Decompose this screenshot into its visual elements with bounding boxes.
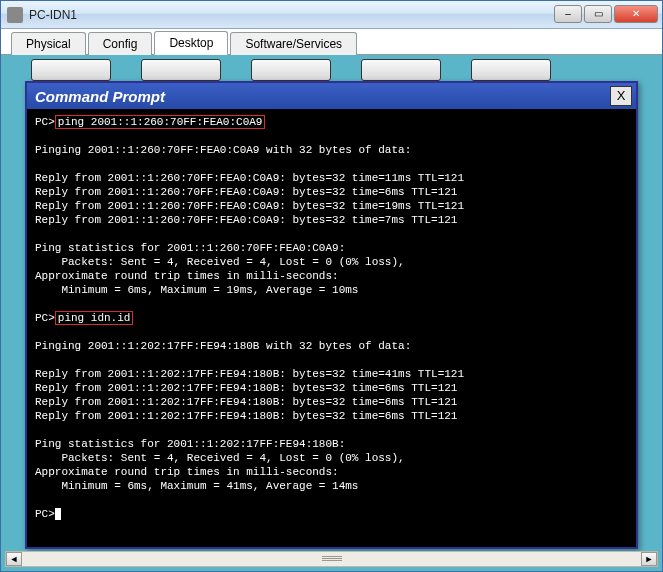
- scroll-grip-icon[interactable]: [322, 555, 342, 563]
- desktop-shortcut-icon[interactable]: [31, 59, 111, 81]
- prompt-prefix: PC>: [35, 312, 55, 324]
- command-prompt-window: Command Prompt X PC>ping 2001::1:260:70F…: [25, 81, 638, 549]
- desktop-content: Command Prompt X PC>ping 2001::1:260:70F…: [1, 55, 662, 571]
- prompt-prefix: PC>: [35, 508, 55, 520]
- maximize-button[interactable]: ▭: [584, 5, 612, 23]
- close-button[interactable]: ✕: [614, 5, 658, 23]
- app-window: PC-IDN1 – ▭ ✕ Physical Config Desktop So…: [0, 0, 663, 572]
- prompt-prefix: PC>: [35, 116, 55, 128]
- highlighted-command: ping 2001::1:260:70FF:FEA0:C0A9: [55, 115, 266, 129]
- terminal-output[interactable]: PC>ping 2001::1:260:70FF:FEA0:C0A9 Pingi…: [27, 109, 636, 547]
- desktop-shortcut-icon[interactable]: [141, 59, 221, 81]
- scroll-left-button[interactable]: ◄: [6, 552, 22, 566]
- terminal-cursor: [55, 508, 61, 520]
- tab-desktop[interactable]: Desktop: [154, 31, 228, 55]
- tab-config[interactable]: Config: [88, 32, 153, 55]
- tab-strip: Physical Config Desktop Software/Service…: [1, 29, 662, 55]
- command-prompt-title: Command Prompt: [35, 88, 610, 105]
- desktop-shortcut-icon[interactable]: [251, 59, 331, 81]
- highlighted-command: ping idn.id: [55, 311, 134, 325]
- command-prompt-titlebar[interactable]: Command Prompt X: [27, 83, 636, 109]
- terminal-text: Pinging 2001::1:202:17FF:FE94:180B with …: [35, 340, 464, 492]
- window-title: PC-IDN1: [29, 8, 552, 22]
- desktop-shortcut-icon[interactable]: [361, 59, 441, 81]
- scroll-right-button[interactable]: ►: [641, 552, 657, 566]
- window-titlebar[interactable]: PC-IDN1 – ▭ ✕: [1, 1, 662, 29]
- command-prompt-close-button[interactable]: X: [610, 86, 632, 106]
- horizontal-scrollbar[interactable]: ◄ ►: [5, 551, 658, 567]
- window-controls: – ▭ ✕: [552, 5, 658, 25]
- desktop-shortcut-icon[interactable]: [471, 59, 551, 81]
- tab-software-services[interactable]: Software/Services: [230, 32, 357, 55]
- app-icon: [7, 7, 23, 23]
- tab-physical[interactable]: Physical: [11, 32, 86, 55]
- minimize-button[interactable]: –: [554, 5, 582, 23]
- terminal-text: Pinging 2001::1:260:70FF:FEA0:C0A9 with …: [35, 144, 464, 296]
